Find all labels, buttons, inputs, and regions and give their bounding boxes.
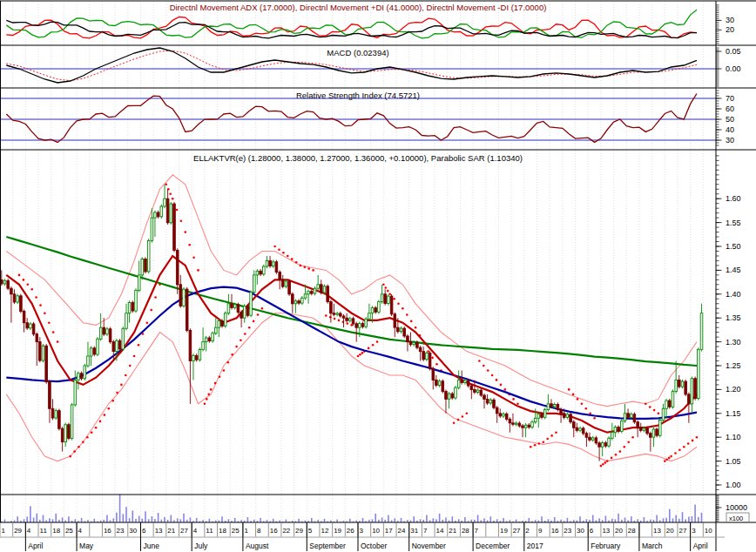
svg-text:31: 31 (410, 527, 418, 535)
svg-text:February: February (591, 542, 621, 550)
svg-text:1.00: 1.00 (726, 481, 741, 489)
svg-text:16: 16 (270, 527, 278, 535)
svg-text:28: 28 (628, 527, 636, 535)
svg-text:19: 19 (500, 527, 508, 535)
svg-text:4: 4 (27, 527, 31, 535)
svg-text:19: 19 (334, 527, 341, 535)
adx-panel-title: Directnl Movement ADX (17.0000), Directn… (0, 3, 716, 12)
svg-text:1.10: 1.10 (726, 433, 741, 441)
svg-text:1.50: 1.50 (726, 242, 741, 251)
svg-text:5: 5 (308, 527, 313, 535)
rsi-line (6, 94, 697, 143)
svg-text:16: 16 (104, 527, 111, 535)
date-axis: 1294111825416233061321274111825181622295… (0, 522, 725, 551)
svg-text:6: 6 (142, 527, 146, 535)
panel-borders (0, 1, 756, 551)
svg-text:11: 11 (40, 527, 48, 535)
svg-text:August: August (246, 542, 269, 550)
svg-text:June: June (143, 542, 159, 550)
svg-text:11: 11 (206, 527, 213, 535)
svg-text:50: 50 (726, 115, 734, 124)
svg-text:16: 16 (551, 527, 559, 535)
svg-text:30: 30 (577, 527, 584, 535)
svg-text:December: December (476, 542, 510, 550)
svg-text:October: October (361, 542, 387, 550)
macd-panel-title: MACD (0.02394) (0, 48, 716, 57)
svg-text:May: May (79, 542, 94, 550)
svg-text:30: 30 (129, 527, 137, 535)
directional-movement-lines (6, 10, 697, 38)
svg-text:1.60: 1.60 (726, 194, 741, 203)
svg-text:24: 24 (398, 527, 406, 535)
svg-text:1.35: 1.35 (726, 313, 741, 322)
svg-text:3: 3 (692, 527, 696, 535)
parabolic-sar-dots (18, 184, 699, 468)
svg-text:1: 1 (2, 527, 6, 535)
chart-svg: 1.601.551.501.451.401.351.301.251.201.15… (0, 0, 756, 552)
svg-text:9: 9 (538, 527, 543, 535)
svg-text:23: 23 (117, 527, 125, 535)
svg-text:20: 20 (726, 25, 734, 34)
svg-text:30: 30 (726, 136, 734, 145)
volume-multiplier-label: x100 (726, 513, 749, 522)
volume-bars (1, 495, 702, 522)
svg-text:1.05: 1.05 (726, 457, 741, 466)
svg-text:1.15: 1.15 (726, 409, 741, 418)
chart-plot-area[interactable]: 1.601.551.501.451.401.351.301.251.201.15… (0, 0, 756, 552)
svg-text:1.45: 1.45 (726, 266, 741, 274)
svg-text:7: 7 (475, 527, 479, 535)
svg-text:18: 18 (52, 527, 60, 535)
svg-text:28: 28 (462, 527, 469, 535)
svg-text:10: 10 (705, 527, 712, 535)
right-axis: 1.601.551.501.451.401.351.301.251.201.15… (716, 5, 747, 522)
svg-text:2: 2 (525, 527, 530, 535)
svg-text:September: September (309, 542, 346, 550)
svg-text:13: 13 (653, 527, 661, 535)
svg-text:March: March (642, 542, 663, 550)
svg-text:1.25: 1.25 (726, 361, 741, 370)
svg-text:21: 21 (449, 527, 456, 535)
svg-text:17: 17 (385, 527, 393, 535)
svg-text:13: 13 (155, 527, 163, 535)
svg-text:27: 27 (513, 527, 521, 535)
svg-text:1.40: 1.40 (726, 290, 741, 299)
svg-text:10: 10 (372, 527, 380, 535)
svg-text:22: 22 (282, 527, 290, 535)
svg-text:70: 70 (726, 94, 734, 103)
svg-text:20: 20 (666, 527, 674, 535)
svg-text:27: 27 (180, 527, 188, 535)
svg-text:18: 18 (219, 527, 226, 535)
svg-text:40: 40 (726, 125, 734, 134)
svg-text:23: 23 (564, 527, 571, 535)
svg-text:8: 8 (257, 527, 261, 535)
svg-text:1.30: 1.30 (726, 338, 741, 347)
svg-text:April: April (693, 542, 708, 550)
svg-text:27: 27 (678, 527, 686, 535)
svg-text:4: 4 (78, 527, 83, 535)
svg-text:25: 25 (232, 527, 240, 535)
svg-text:November: November (412, 542, 446, 550)
svg-text:4: 4 (193, 527, 198, 535)
svg-text:14: 14 (436, 527, 444, 535)
svg-text:7: 7 (423, 527, 428, 535)
svg-text:x100: x100 (729, 515, 743, 522)
svg-text:3: 3 (360, 527, 364, 535)
svg-text:60: 60 (726, 104, 734, 113)
svg-text:1.55: 1.55 (726, 219, 741, 227)
price-panel-title: ELLAKTVR(e) (1.28000, 1.38000, 1.27000, … (0, 153, 716, 163)
svg-text:1.20: 1.20 (726, 385, 741, 394)
svg-text:25: 25 (65, 527, 73, 535)
svg-text:20: 20 (615, 527, 623, 535)
svg-text:26: 26 (347, 527, 354, 535)
svg-text:12: 12 (321, 527, 328, 535)
svg-text:29: 29 (295, 527, 303, 535)
svg-text:July: July (194, 542, 208, 550)
svg-text:0.05: 0.05 (726, 47, 741, 56)
svg-text:21: 21 (167, 527, 175, 535)
svg-text:30: 30 (726, 16, 734, 24)
svg-text:13: 13 (602, 527, 610, 535)
svg-text:10000: 10000 (726, 503, 747, 512)
svg-text:April: April (28, 542, 43, 550)
svg-text:29: 29 (14, 527, 22, 535)
svg-text:2017: 2017 (527, 542, 543, 550)
